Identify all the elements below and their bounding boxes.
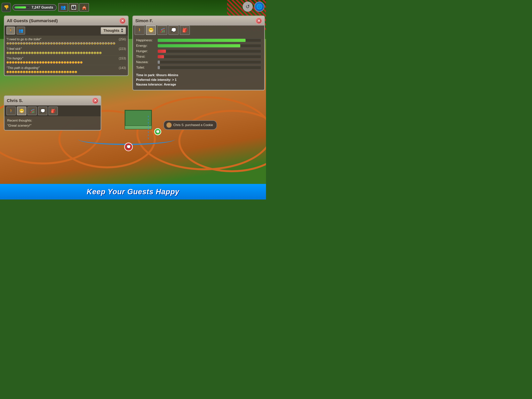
nausea-tolerance-row: Nausea tolerance: Average [136,83,261,86]
preferred-ride-row: Preferred ride intensity: > 1 [136,78,261,82]
happiness-label: Happiness: [136,38,156,42]
simon-info: Time in park: 6hours 46mins Preferred ri… [133,73,264,90]
simon-tab-face[interactable]: 😁 [146,26,156,35]
thought-faces-4: 😠😠😠😠😠😠😠😠😠😠😠😠😠😠😠😠😠😠😠😠😠😠😠😠😠😠 [6,70,126,74]
bubble-cloud-red: 💭 [126,145,131,149]
hunger-bar-bg [158,50,261,53]
stat-energy: Energy: [136,44,261,48]
toilet-bar-fill [158,66,160,69]
refresh-button[interactable]: ↺ [243,1,253,12]
thoughts-label: Thoughts [103,29,119,33]
all-guests-panel: All Guests (Summarised) ✕ 🚶 👥 Thoughts "… [4,16,128,76]
nausea-bar-fill [158,61,160,64]
thoughts-dropdown[interactable]: Thoughts [101,27,126,34]
chris-thoughts: Recent thoughts: "Great scenery!" [5,116,101,130]
globe-button[interactable]: 🌐 [254,1,265,12]
time-in-park-row: Time in park: 6hours 46mins [136,73,261,77]
simon-guest-tabs: 🚶 😁 🎢 💭 🎒 [133,26,264,36]
energy-label: Energy: [136,44,156,48]
thought-faces-2: 🤢🤢🤢🤢🤢🤢🤢🤢🤢🤢🤢🤢🤢🤢🤢🤢🤢🤢🤢🤢🤢🤢🤢🤢🤢🤢🤢🤢🤢🤢🤢🤢🤢🤢🤢 [6,51,126,55]
thought-count-4: (143) [119,66,126,70]
thought-count-2: (223) [119,47,126,51]
simon-header: Simon F. ✕ [133,16,264,26]
tab-group-icon[interactable]: 👥 [17,27,25,34]
hunger-label: Hunger: [136,49,156,53]
group-icon-3[interactable]: 🎪 [79,3,89,12]
thought-bubble-green: 💭 [154,128,161,135]
energy-bar-bg [158,44,261,48]
stat-toilet: Toilet: [136,66,261,70]
chris-tab-ride[interactable]: 🎢 [27,107,37,115]
time-label: Time in park: [136,73,155,77]
chris-tab-face[interactable]: 😁 [17,107,26,115]
thought-faces-1: 😰😰😰😰😰😰😰😰😰😰😰😰😰😰😰😰😰😰😰😰😰😰😰😰😰😰😰😰😰😰😰😰😰😰😰😰😰😰😰😰 [6,42,126,45]
thought-faces-3: 😋😋😋😋😋😋😋😋😋😋😋😋😋😋😋😋😋😋😋😋😋😋😋😋😋😋😋😋 [6,61,126,64]
chris-title: Chris S. [7,98,23,103]
happiness-bars [14,6,30,9]
simon-panel: Simon F. ✕ 🚶 😁 🎢 💭 🎒 Happiness: Energy: … [133,16,265,90]
happiness-fill [15,6,26,8]
stat-nausea: Nausea: [136,60,261,64]
ride-label: Preferred ride intensity: [136,78,171,81]
nav-icons: ↺ 🌐 [243,1,265,12]
thought-row-toilet: "I need to go to the toilet" (256) 😰😰😰😰😰… [5,36,128,46]
thought-bubble-red: 💭 [124,143,133,151]
toilet-label: Toilet: [136,66,156,70]
thought-text-2: "I feel sick" [6,47,22,51]
all-guests-close[interactable]: ✕ [119,18,126,24]
all-guests-title: All Guests (Summarised) [7,18,58,23]
building-roof [125,125,152,129]
nausea-tol-label: Nausea tolerance: [136,83,163,86]
purchase-notification: Chris S. purchased a Cookie [164,120,217,130]
time-value: 6hours 46mins [156,73,178,77]
energy-bar-fill [158,44,240,47]
happiness-bar-bg [158,39,261,42]
guest-counter: 7,247 Guests [13,4,57,11]
simon-tab-ride[interactable]: 🎢 [157,26,167,35]
bubble-cloud-green: 💭 [156,130,160,134]
top-bar: 👎 7,247 Guests 👥 👨‍👩‍👧 🎪 [1,1,265,13]
thumbs-icon[interactable]: 👎 [1,3,11,12]
thought-count-3: (153) [119,57,126,60]
thought-text-1: "I need to go to the toilet" [6,38,41,41]
thoughts-list: "I need to go to the toilet" (256) 😰😰😰😰😰… [5,36,128,75]
cookie-icon [166,122,172,128]
stat-happiness: Happiness: [136,38,261,42]
thirst-bar-fill [158,55,164,58]
thirst-bar-bg [158,55,261,58]
stat-hunger: Hunger: [136,49,261,53]
chris-close[interactable]: ✕ [92,98,98,104]
banner-text: Keep Your Guests Happy [87,188,179,196]
chris-tab-bag[interactable]: 🎒 [49,107,58,115]
all-guests-header: All Guests (Summarised) ✕ [5,16,128,26]
thought-text-4: "This path is disgusting" [6,66,39,70]
group-icon-1[interactable]: 👥 [58,3,68,12]
ride-value: > 1 [172,78,177,81]
bottom-banner: Keep Your Guests Happy [0,184,266,200]
guest-count-text: 7,247 Guests [32,6,53,10]
recent-thoughts-label: Recent thoughts: [7,119,98,122]
chris-header: Chris S. ✕ [5,96,101,105]
chris-tabs: 🚶 😁 🎢 💭 🎒 [5,105,101,116]
group-icon-2[interactable]: 👨‍👩‍👧 [69,3,78,12]
thought-text-3: "I'm hungry" [6,57,23,60]
nausea-label: Nausea: [136,60,156,64]
simon-tab-walk[interactable]: 🚶 [134,26,145,35]
simon-tab-bag[interactable]: 🎒 [180,26,190,35]
chris-panel: Chris S. ✕ 🚶 😁 🎢 💭 🎒 Recent thoughts: "G… [4,96,101,130]
thought-count-1: (256) [119,38,126,41]
stat-thirst: Thirst: [136,55,261,59]
nausea-tol-value: Average [164,83,176,86]
simon-tab-thought[interactable]: 💭 [168,26,178,35]
thought-row-path: "This path is disgusting" (143) 😠😠😠😠😠😠😠😠… [5,65,128,75]
nausea-bar-bg [158,60,261,64]
simon-title: Simon F. [135,18,153,23]
recent-thought-text: "Great scenery!" [7,124,98,128]
simon-close[interactable]: ✕ [256,18,262,24]
chris-tab-walk[interactable]: 🚶 [6,107,16,115]
all-guests-tabs: 🚶 👥 Thoughts [5,26,128,36]
toilet-bar-bg [158,66,261,69]
hunger-bar-fill [158,50,166,53]
tab-walk-icon[interactable]: 🚶 [6,27,15,34]
chris-tab-thought[interactable]: 💭 [38,107,47,115]
